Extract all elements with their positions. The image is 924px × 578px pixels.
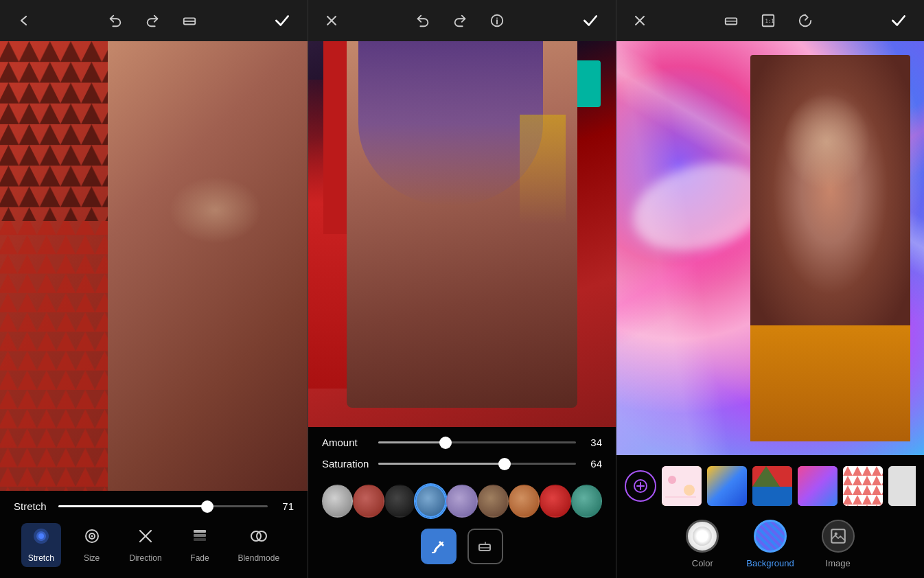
type-background[interactable]: Background: [746, 520, 794, 568]
tool-direction[interactable]: Direction: [122, 523, 168, 567]
svg-rect-32: [662, 466, 702, 506]
stretch-slider[interactable]: [58, 505, 268, 507]
bg-thumb-4[interactable]: [798, 466, 838, 506]
fade-icon: [191, 527, 209, 549]
tool-fade[interactable]: Fade: [183, 523, 216, 567]
amount-slider-row: Amount 34: [322, 437, 602, 448]
tool-stretch[interactable]: Stretch: [21, 523, 61, 567]
amount-thumb[interactable]: [439, 437, 452, 449]
main-image-3: [616, 41, 924, 455]
undo-button-2[interactable]: [411, 9, 435, 32]
panel-background: 1:1: [616, 0, 924, 578]
tool-bar-1: Stretch Size: [14, 518, 294, 570]
close-button-2[interactable]: [321, 10, 343, 32]
image-area-1: [0, 41, 308, 491]
toolbar-1: [0, 0, 308, 41]
blendmode-tool-label: Blendmode: [238, 553, 279, 563]
image-type-label: Image: [826, 558, 851, 568]
face-background: [108, 41, 308, 491]
rotate-button[interactable]: [794, 9, 817, 32]
size-tool-label: Size: [84, 553, 100, 563]
amount-fill: [378, 441, 446, 443]
stretch-tool-label: Stretch: [28, 553, 54, 563]
eraser-button-2[interactable]: [467, 529, 503, 564]
svg-rect-16: [194, 534, 206, 537]
svg-point-22: [496, 17, 498, 19]
face-highlight-3: [783, 93, 870, 190]
tool-size[interactable]: Size: [76, 523, 108, 567]
stretch-thumb[interactable]: [201, 500, 213, 513]
hair-color-picker: [322, 479, 602, 526]
amount-label: Amount: [322, 437, 371, 448]
portrait-panel-3: [750, 55, 910, 441]
hair-color-brown[interactable]: [478, 485, 509, 518]
type-color[interactable]: Color: [686, 520, 719, 568]
redo-button-2[interactable]: [448, 9, 472, 32]
add-background-button[interactable]: [625, 470, 656, 502]
check-button-3[interactable]: [886, 8, 912, 34]
bg-thumb-6[interactable]: [888, 466, 916, 506]
svg-rect-39: [798, 466, 838, 506]
image-type-icon: [822, 520, 855, 553]
amount-slider[interactable]: [378, 441, 576, 443]
panel-stretch: Stretch 71 Stretch: [0, 0, 308, 578]
saturation-thumb[interactable]: [498, 458, 511, 470]
bg-thumb-3[interactable]: [752, 466, 792, 506]
bottom-controls-3: Color Background Image: [616, 455, 924, 578]
svg-text:1:1: 1:1: [765, 18, 774, 24]
hair-color-lavender[interactable]: [446, 485, 477, 518]
undo-button[interactable]: [104, 9, 127, 32]
stretch-value: 71: [275, 500, 294, 512]
saturation-label: Saturation: [322, 458, 371, 470]
toolbar-center-2: [411, 9, 509, 32]
type-image[interactable]: Image: [822, 520, 855, 568]
color-type-icon: [686, 520, 719, 553]
info-button[interactable]: [485, 9, 509, 32]
panel-hair-color: Amount 34 Saturation 64: [308, 0, 616, 578]
hair-color-red[interactable]: [540, 485, 570, 518]
ratio-button[interactable]: 1:1: [756, 9, 780, 32]
saturation-slider-row: Saturation 64: [322, 458, 602, 470]
shirt: [750, 325, 910, 441]
hair-color-teal[interactable]: [571, 485, 602, 518]
main-image-1: [0, 41, 308, 491]
brush-button[interactable]: [421, 529, 457, 564]
eraser-button-3[interactable]: [719, 9, 743, 32]
gold-accent: [520, 115, 566, 224]
saturation-slider[interactable]: [378, 463, 576, 465]
svg-rect-15: [194, 530, 206, 533]
saturation-fill: [378, 463, 505, 465]
svg-point-12: [91, 535, 93, 537]
face-highlight: [169, 176, 261, 244]
toolbar-center-3: 1:1: [719, 9, 817, 32]
background-type-label: Background: [746, 558, 794, 568]
bottom-controls-2: Amount 34 Saturation 64: [308, 427, 616, 578]
check-button-1[interactable]: [269, 8, 295, 34]
close-button-3[interactable]: [629, 10, 651, 32]
back-button[interactable]: [12, 9, 36, 32]
stretch-icon: [32, 527, 50, 549]
toolbar-3: 1:1: [616, 0, 924, 41]
redo-button[interactable]: [141, 9, 164, 32]
face-panel-2: [347, 41, 577, 408]
bottom-controls-1: Stretch 71 Stretch: [0, 491, 308, 578]
svg-point-9: [38, 533, 44, 539]
bg-thumb-5[interactable]: [843, 466, 883, 506]
toolbar-2: [308, 0, 616, 41]
eraser-button-1[interactable]: [178, 9, 201, 32]
saturation-value: 64: [583, 458, 602, 470]
svg-rect-37: [752, 487, 792, 506]
check-button-2[interactable]: [577, 8, 603, 34]
bg-thumb-1[interactable]: [662, 466, 702, 506]
type-selector: Color Background Image: [625, 514, 916, 573]
hair-color-auburn[interactable]: [353, 485, 384, 518]
bg-thumb-2[interactable]: [707, 466, 747, 506]
hair-color-black[interactable]: [384, 485, 415, 518]
blendmode-icon: [250, 527, 268, 549]
svg-rect-42: [843, 466, 883, 506]
amount-value: 34: [583, 437, 602, 448]
hair-color-blue[interactable]: [415, 485, 446, 518]
tool-blendmode[interactable]: Blendmode: [231, 523, 286, 567]
hair-color-copper[interactable]: [509, 485, 540, 518]
hair-color-silver[interactable]: [322, 485, 353, 518]
